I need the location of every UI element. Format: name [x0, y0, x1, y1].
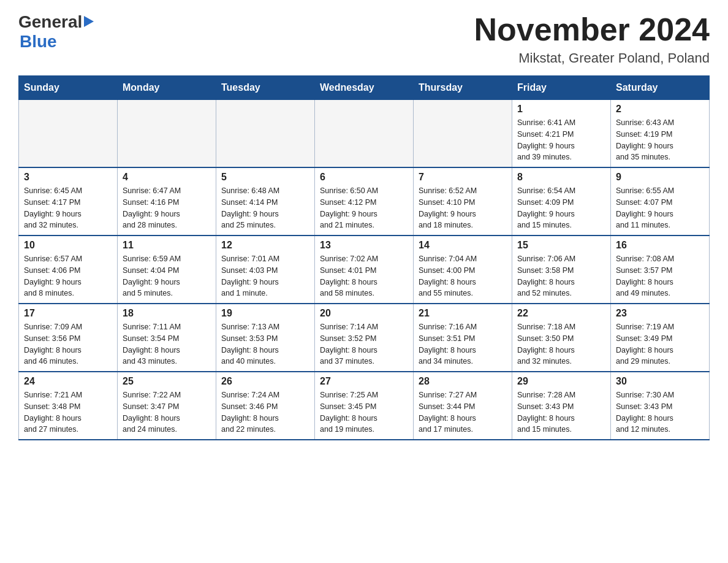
calendar-cell: 16Sunrise: 7:08 AMSunset: 3:57 PMDayligh…	[611, 236, 710, 304]
day-info: Sunrise: 7:18 AMSunset: 3:50 PMDaylight:…	[517, 321, 605, 367]
page-subtitle: Mikstat, Greater Poland, Poland	[474, 50, 710, 66]
day-number: 11	[123, 240, 211, 251]
calendar-cell: 1Sunrise: 6:41 AMSunset: 4:21 PMDaylight…	[512, 100, 611, 168]
day-number: 7	[419, 172, 507, 183]
calendar-cell	[414, 100, 512, 168]
calendar-cell: 8Sunrise: 6:54 AMSunset: 4:09 PMDaylight…	[512, 167, 611, 236]
calendar-week-4: 17Sunrise: 7:09 AMSunset: 3:56 PMDayligh…	[19, 304, 710, 372]
calendar-cell: 12Sunrise: 7:01 AMSunset: 4:03 PMDayligh…	[216, 236, 315, 304]
calendar-cell: 2Sunrise: 6:43 AMSunset: 4:19 PMDaylight…	[611, 100, 710, 168]
calendar-cell: 13Sunrise: 7:02 AMSunset: 4:01 PMDayligh…	[315, 236, 414, 304]
day-info: Sunrise: 6:57 AMSunset: 4:06 PMDaylight:…	[24, 253, 112, 299]
calendar-cell	[118, 100, 216, 168]
calendar-cell: 27Sunrise: 7:25 AMSunset: 3:45 PMDayligh…	[315, 372, 414, 440]
calendar-cell: 15Sunrise: 7:06 AMSunset: 3:58 PMDayligh…	[512, 236, 611, 304]
day-number: 27	[320, 376, 408, 387]
day-number: 30	[616, 376, 704, 387]
day-number: 17	[24, 308, 112, 319]
day-info: Sunrise: 7:13 AMSunset: 3:53 PMDaylight:…	[221, 321, 309, 367]
calendar-cell: 26Sunrise: 7:24 AMSunset: 3:46 PMDayligh…	[216, 372, 315, 440]
day-info: Sunrise: 6:45 AMSunset: 4:17 PMDaylight:…	[24, 185, 112, 231]
calendar-cell: 30Sunrise: 7:30 AMSunset: 3:43 PMDayligh…	[611, 372, 710, 440]
calendar-cell: 22Sunrise: 7:18 AMSunset: 3:50 PMDayligh…	[512, 304, 611, 372]
day-info: Sunrise: 7:02 AMSunset: 4:01 PMDaylight:…	[320, 253, 408, 299]
weekday-header-saturday: Saturday	[611, 76, 710, 100]
day-number: 8	[517, 172, 605, 183]
day-info: Sunrise: 6:59 AMSunset: 4:04 PMDaylight:…	[123, 253, 211, 299]
logo-arrow-icon	[84, 16, 94, 27]
day-info: Sunrise: 7:24 AMSunset: 3:46 PMDaylight:…	[221, 389, 309, 435]
day-info: Sunrise: 7:30 AMSunset: 3:43 PMDaylight:…	[616, 389, 704, 435]
day-info: Sunrise: 7:21 AMSunset: 3:48 PMDaylight:…	[24, 389, 112, 435]
calendar-cell: 23Sunrise: 7:19 AMSunset: 3:49 PMDayligh…	[611, 304, 710, 372]
page-header: General Blue November 2024 Mikstat, Grea…	[18, 12, 710, 66]
calendar-cell: 24Sunrise: 7:21 AMSunset: 3:48 PMDayligh…	[19, 372, 118, 440]
day-number: 2	[616, 104, 704, 115]
day-number: 28	[419, 376, 507, 387]
day-info: Sunrise: 6:43 AMSunset: 4:19 PMDaylight:…	[616, 117, 704, 163]
day-info: Sunrise: 7:14 AMSunset: 3:52 PMDaylight:…	[320, 321, 408, 367]
calendar-cell	[315, 100, 414, 168]
day-info: Sunrise: 6:54 AMSunset: 4:09 PMDaylight:…	[517, 185, 605, 231]
logo: General Blue	[18, 12, 94, 52]
calendar-cell: 5Sunrise: 6:48 AMSunset: 4:14 PMDaylight…	[216, 167, 315, 236]
day-info: Sunrise: 6:52 AMSunset: 4:10 PMDaylight:…	[419, 185, 507, 231]
day-info: Sunrise: 6:50 AMSunset: 4:12 PMDaylight:…	[320, 185, 408, 231]
day-number: 4	[123, 172, 211, 183]
day-number: 3	[24, 172, 112, 183]
weekday-header-sunday: Sunday	[19, 76, 118, 100]
calendar-cell: 10Sunrise: 6:57 AMSunset: 4:06 PMDayligh…	[19, 236, 118, 304]
calendar-header: SundayMondayTuesdayWednesdayThursdayFrid…	[19, 76, 710, 100]
day-number: 21	[419, 308, 507, 319]
calendar-cell: 4Sunrise: 6:47 AMSunset: 4:16 PMDaylight…	[118, 167, 216, 236]
day-info: Sunrise: 7:25 AMSunset: 3:45 PMDaylight:…	[320, 389, 408, 435]
day-number: 13	[320, 240, 408, 251]
day-number: 6	[320, 172, 408, 183]
day-number: 29	[517, 376, 605, 387]
weekday-header-row: SundayMondayTuesdayWednesdayThursdayFrid…	[19, 76, 710, 100]
day-info: Sunrise: 7:11 AMSunset: 3:54 PMDaylight:…	[123, 321, 211, 367]
weekday-header-friday: Friday	[512, 76, 611, 100]
logo-blue: Blue	[20, 32, 94, 52]
day-number: 18	[123, 308, 211, 319]
day-info: Sunrise: 6:48 AMSunset: 4:14 PMDaylight:…	[221, 185, 309, 231]
day-info: Sunrise: 7:19 AMSunset: 3:49 PMDaylight:…	[616, 321, 704, 367]
calendar-week-1: 1Sunrise: 6:41 AMSunset: 4:21 PMDaylight…	[19, 100, 710, 168]
day-number: 25	[123, 376, 211, 387]
calendar-cell: 19Sunrise: 7:13 AMSunset: 3:53 PMDayligh…	[216, 304, 315, 372]
day-info: Sunrise: 7:09 AMSunset: 3:56 PMDaylight:…	[24, 321, 112, 367]
calendar-table: SundayMondayTuesdayWednesdayThursdayFrid…	[18, 75, 710, 440]
day-number: 20	[320, 308, 408, 319]
calendar-cell: 11Sunrise: 6:59 AMSunset: 4:04 PMDayligh…	[118, 236, 216, 304]
day-info: Sunrise: 7:16 AMSunset: 3:51 PMDaylight:…	[419, 321, 507, 367]
day-info: Sunrise: 6:47 AMSunset: 4:16 PMDaylight:…	[123, 185, 211, 231]
weekday-header-monday: Monday	[118, 76, 216, 100]
day-number: 22	[517, 308, 605, 319]
calendar-cell: 3Sunrise: 6:45 AMSunset: 4:17 PMDaylight…	[19, 167, 118, 236]
day-info: Sunrise: 7:27 AMSunset: 3:44 PMDaylight:…	[419, 389, 507, 435]
day-info: Sunrise: 6:55 AMSunset: 4:07 PMDaylight:…	[616, 185, 704, 231]
calendar-cell: 29Sunrise: 7:28 AMSunset: 3:43 PMDayligh…	[512, 372, 611, 440]
weekday-header-wednesday: Wednesday	[315, 76, 414, 100]
calendar-cell: 17Sunrise: 7:09 AMSunset: 3:56 PMDayligh…	[19, 304, 118, 372]
day-info: Sunrise: 6:41 AMSunset: 4:21 PMDaylight:…	[517, 117, 605, 163]
day-number: 14	[419, 240, 507, 251]
day-info: Sunrise: 7:04 AMSunset: 4:00 PMDaylight:…	[419, 253, 507, 299]
calendar-cell: 7Sunrise: 6:52 AMSunset: 4:10 PMDaylight…	[414, 167, 512, 236]
calendar-week-3: 10Sunrise: 6:57 AMSunset: 4:06 PMDayligh…	[19, 236, 710, 304]
calendar-cell: 18Sunrise: 7:11 AMSunset: 3:54 PMDayligh…	[118, 304, 216, 372]
day-number: 5	[221, 172, 309, 183]
day-number: 23	[616, 308, 704, 319]
day-number: 12	[221, 240, 309, 251]
day-info: Sunrise: 7:22 AMSunset: 3:47 PMDaylight:…	[123, 389, 211, 435]
day-number: 9	[616, 172, 704, 183]
weekday-header-tuesday: Tuesday	[216, 76, 315, 100]
day-number: 19	[221, 308, 309, 319]
logo-general: General	[18, 12, 82, 32]
page-title: November 2024	[474, 12, 710, 47]
weekday-header-thursday: Thursday	[414, 76, 512, 100]
day-number: 24	[24, 376, 112, 387]
calendar-cell	[216, 100, 315, 168]
calendar-cell: 9Sunrise: 6:55 AMSunset: 4:07 PMDaylight…	[611, 167, 710, 236]
calendar-cell: 6Sunrise: 6:50 AMSunset: 4:12 PMDaylight…	[315, 167, 414, 236]
